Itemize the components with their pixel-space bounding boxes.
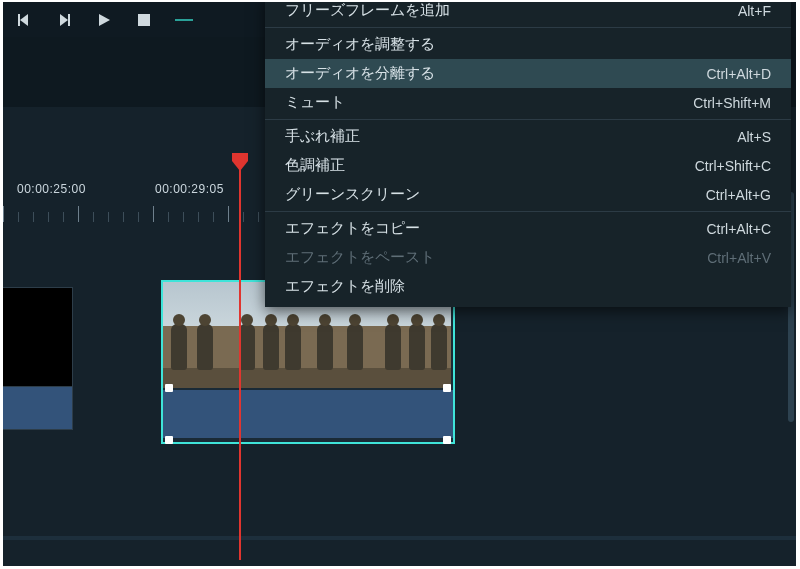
playhead-handle[interactable]: [231, 152, 249, 172]
menu-item-shortcut: Ctrl+Alt+G: [706, 187, 771, 203]
cut-icon[interactable]: [175, 11, 193, 29]
bottom-shelf: [3, 536, 796, 540]
stop-icon[interactable]: [135, 11, 153, 29]
menu-item-label: 手ぶれ補正: [285, 127, 737, 146]
clip-handle-left[interactable]: [165, 384, 173, 392]
clip-audio-track[interactable]: [3, 386, 73, 430]
menu-item-label: 色調補正: [285, 156, 695, 175]
prev-frame-icon[interactable]: [15, 11, 33, 29]
menu-item-label: ミュート: [285, 93, 693, 112]
svg-rect-0: [18, 14, 20, 26]
menu-item[interactable]: エフェクトをコピーCtrl+Alt+C: [265, 214, 791, 243]
menu-item-label: エフェクトをペースト: [285, 248, 707, 267]
menu-item-shortcut: Alt+F: [738, 3, 771, 19]
menu-item[interactable]: 色調補正Ctrl+Shift+C: [265, 151, 791, 180]
menu-item-shortcut: Ctrl+Alt+D: [706, 66, 771, 82]
video-editor: 00:00:25:00 00:00:29:05: [3, 2, 796, 566]
menu-item-shortcut: Ctrl+Alt+V: [707, 250, 771, 266]
menu-item[interactable]: オーディオを分離するCtrl+Alt+D: [265, 59, 791, 88]
menu-item-label: オーディオを分離する: [285, 64, 706, 83]
svg-rect-1: [68, 14, 70, 26]
menu-item[interactable]: エフェクトを削除: [265, 272, 791, 301]
clip-handle-right[interactable]: [443, 384, 451, 392]
ruler-timestamp: 00:00:25:00: [17, 182, 86, 196]
menu-item: エフェクトをペーストCtrl+Alt+V: [265, 243, 791, 272]
context-menu: フリーズフレームを追加Alt+Fオーディオを調整するオーディオを分離するCtrl…: [265, 2, 791, 307]
clip-handle-right[interactable]: [443, 436, 451, 444]
menu-item-label: オーディオを調整する: [285, 35, 771, 54]
ruler-timestamp: 00:00:29:05: [155, 182, 224, 196]
menu-item-shortcut: Ctrl+Shift+C: [695, 158, 771, 174]
menu-item[interactable]: 手ぶれ補正Alt+S: [265, 122, 791, 151]
play-icon[interactable]: [95, 11, 113, 29]
menu-item-shortcut: Ctrl+Alt+C: [706, 221, 771, 237]
menu-item-label: フリーズフレームを追加: [285, 2, 738, 20]
svg-rect-2: [138, 14, 150, 26]
menu-item[interactable]: ミュートCtrl+Shift+M: [265, 88, 791, 120]
menu-item[interactable]: フリーズフレームを追加Alt+F: [265, 2, 791, 28]
menu-item-shortcut: Alt+S: [737, 129, 771, 145]
clip-handle-left[interactable]: [165, 436, 173, 444]
menu-item-label: エフェクトをコピー: [285, 219, 706, 238]
next-frame-icon[interactable]: [55, 11, 73, 29]
menu-item[interactable]: グリーンスクリーンCtrl+Alt+G: [265, 180, 791, 212]
menu-item[interactable]: オーディオを調整する: [265, 30, 791, 59]
menu-item-label: エフェクトを削除: [285, 277, 771, 296]
menu-item-label: グリーンスクリーン: [285, 185, 706, 204]
playhead[interactable]: [239, 160, 241, 560]
clip-thumbnail[interactable]: [3, 287, 73, 387]
menu-item-shortcut: Ctrl+Shift+M: [693, 95, 771, 111]
clip-audio-lane[interactable]: [163, 390, 453, 438]
